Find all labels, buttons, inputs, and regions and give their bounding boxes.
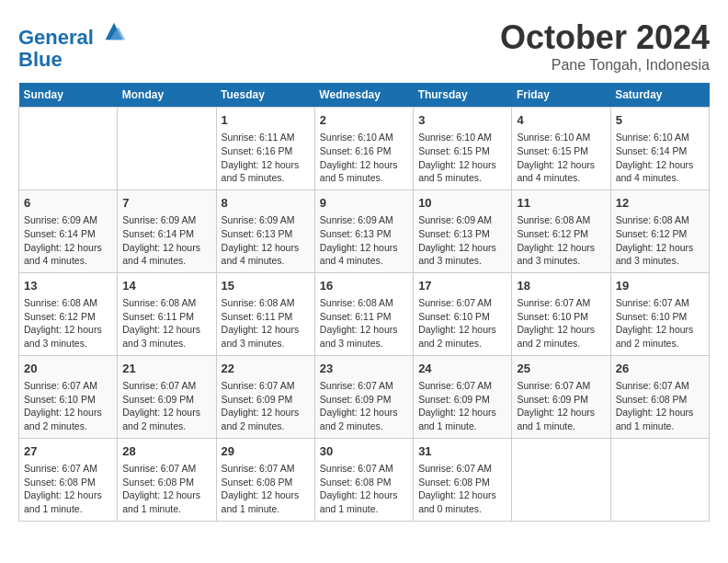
week-row-5: 27Sunrise: 6:07 AM Sunset: 6:08 PM Dayli… (19, 438, 710, 521)
day-info: Sunrise: 6:07 AM Sunset: 6:08 PM Dayligh… (616, 379, 704, 433)
day-cell: 16Sunrise: 6:08 AM Sunset: 6:11 PM Dayli… (314, 272, 413, 355)
page-header: General Blue October 2024 Pane Tongah, I… (18, 18, 710, 74)
logo-blue: Blue (18, 49, 127, 71)
day-cell: 22Sunrise: 6:07 AM Sunset: 6:09 PM Dayli… (216, 355, 314, 438)
day-number: 28 (122, 443, 210, 460)
day-info: Sunrise: 6:07 AM Sunset: 6:08 PM Dayligh… (24, 462, 112, 516)
day-number: 17 (418, 278, 506, 294)
day-cell: 14Sunrise: 6:08 AM Sunset: 6:11 PM Dayli… (118, 272, 216, 355)
day-cell: 10Sunrise: 6:09 AM Sunset: 6:13 PM Dayli… (414, 190, 512, 272)
day-cell: 8Sunrise: 6:09 AM Sunset: 6:13 PM Daylig… (216, 190, 314, 272)
calendar-table: SundayMondayTuesdayWednesdayThursdayFrid… (18, 83, 710, 522)
day-cell: 9Sunrise: 6:09 AM Sunset: 6:13 PM Daylig… (314, 190, 413, 272)
day-info: Sunrise: 6:09 AM Sunset: 6:13 PM Dayligh… (320, 213, 408, 268)
day-number: 6 (24, 195, 112, 212)
day-number: 15 (222, 278, 310, 294)
logo-general: General (18, 26, 94, 49)
logo-icon (101, 18, 127, 44)
day-cell: 3Sunrise: 6:10 AM Sunset: 6:15 PM Daylig… (414, 108, 512, 190)
day-number: 22 (222, 361, 310, 377)
day-info: Sunrise: 6:07 AM Sunset: 6:09 PM Dayligh… (418, 379, 506, 433)
day-cell: 26Sunrise: 6:07 AM Sunset: 6:08 PM Dayli… (610, 355, 709, 438)
day-cell: 25Sunrise: 6:07 AM Sunset: 6:09 PM Dayli… (512, 355, 610, 438)
day-info: Sunrise: 6:07 AM Sunset: 6:09 PM Dayligh… (517, 379, 605, 433)
day-info: Sunrise: 6:08 AM Sunset: 6:12 PM Dayligh… (24, 296, 112, 350)
day-number: 18 (517, 278, 605, 294)
day-number: 30 (320, 443, 408, 460)
day-info: Sunrise: 6:10 AM Sunset: 6:16 PM Dayligh… (320, 131, 408, 185)
day-info: Sunrise: 6:08 AM Sunset: 6:11 PM Dayligh… (320, 296, 408, 350)
day-info: Sunrise: 6:07 AM Sunset: 6:10 PM Dayligh… (517, 296, 605, 350)
day-info: Sunrise: 6:10 AM Sunset: 6:15 PM Dayligh… (517, 131, 605, 185)
day-number: 5 (616, 112, 704, 129)
week-row-1: 1Sunrise: 6:11 AM Sunset: 6:16 PM Daylig… (19, 108, 710, 190)
week-row-3: 13Sunrise: 6:08 AM Sunset: 6:12 PM Dayli… (19, 272, 710, 355)
header-cell-friday: Friday (512, 83, 610, 108)
day-number: 14 (122, 278, 210, 294)
day-cell: 18Sunrise: 6:07 AM Sunset: 6:10 PM Dayli… (512, 272, 610, 355)
day-info: Sunrise: 6:09 AM Sunset: 6:13 PM Dayligh… (222, 213, 310, 268)
day-number: 19 (616, 278, 704, 294)
day-number: 11 (517, 195, 605, 212)
day-cell: 12Sunrise: 6:08 AM Sunset: 6:12 PM Dayli… (610, 190, 709, 272)
day-number: 16 (320, 278, 408, 294)
day-cell: 13Sunrise: 6:08 AM Sunset: 6:12 PM Dayli… (19, 272, 118, 355)
day-info: Sunrise: 6:07 AM Sunset: 6:08 PM Dayligh… (222, 462, 310, 516)
day-info: Sunrise: 6:08 AM Sunset: 6:12 PM Dayligh… (616, 213, 704, 268)
week-row-2: 6Sunrise: 6:09 AM Sunset: 6:14 PM Daylig… (19, 190, 710, 272)
day-cell (610, 438, 709, 521)
day-cell: 27Sunrise: 6:07 AM Sunset: 6:08 PM Dayli… (19, 438, 118, 521)
day-info: Sunrise: 6:08 AM Sunset: 6:11 PM Dayligh… (122, 296, 210, 350)
day-number: 7 (122, 195, 210, 212)
day-number: 20 (24, 361, 112, 377)
day-cell: 23Sunrise: 6:07 AM Sunset: 6:09 PM Dayli… (314, 355, 413, 438)
header-cell-saturday: Saturday (610, 83, 709, 108)
day-number: 4 (517, 112, 605, 129)
day-cell: 17Sunrise: 6:07 AM Sunset: 6:10 PM Dayli… (414, 272, 512, 355)
day-cell (512, 438, 610, 521)
day-info: Sunrise: 6:07 AM Sunset: 6:08 PM Dayligh… (320, 462, 408, 516)
header-cell-monday: Monday (118, 83, 216, 108)
day-info: Sunrise: 6:11 AM Sunset: 6:16 PM Dayligh… (222, 131, 310, 185)
day-info: Sunrise: 6:09 AM Sunset: 6:14 PM Dayligh… (122, 213, 210, 268)
day-number: 2 (320, 112, 408, 129)
day-number: 31 (418, 443, 506, 460)
day-cell: 4Sunrise: 6:10 AM Sunset: 6:15 PM Daylig… (512, 108, 610, 190)
day-info: Sunrise: 6:08 AM Sunset: 6:12 PM Dayligh… (517, 213, 605, 268)
day-info: Sunrise: 6:07 AM Sunset: 6:09 PM Dayligh… (320, 379, 408, 433)
day-cell: 6Sunrise: 6:09 AM Sunset: 6:14 PM Daylig… (19, 190, 118, 272)
day-number: 23 (320, 361, 408, 377)
day-info: Sunrise: 6:10 AM Sunset: 6:15 PM Dayligh… (418, 131, 506, 185)
day-cell: 21Sunrise: 6:07 AM Sunset: 6:09 PM Dayli… (118, 355, 216, 438)
day-info: Sunrise: 6:09 AM Sunset: 6:14 PM Dayligh… (24, 213, 112, 268)
week-row-4: 20Sunrise: 6:07 AM Sunset: 6:10 PM Dayli… (19, 355, 710, 438)
day-info: Sunrise: 6:10 AM Sunset: 6:14 PM Dayligh… (616, 131, 704, 185)
day-cell: 31Sunrise: 6:07 AM Sunset: 6:08 PM Dayli… (414, 438, 512, 521)
title-block: October 2024 Pane Tongah, Indonesia (500, 18, 710, 74)
day-number: 8 (222, 195, 310, 212)
header-cell-tuesday: Tuesday (216, 83, 314, 108)
header-cell-sunday: Sunday (19, 83, 118, 108)
day-info: Sunrise: 6:07 AM Sunset: 6:08 PM Dayligh… (418, 462, 506, 516)
day-info: Sunrise: 6:07 AM Sunset: 6:08 PM Dayligh… (122, 462, 210, 516)
page-title: October 2024 (500, 18, 710, 57)
day-cell (19, 108, 118, 190)
header-cell-wednesday: Wednesday (314, 83, 413, 108)
day-info: Sunrise: 6:07 AM Sunset: 6:09 PM Dayligh… (222, 379, 310, 433)
day-cell: 30Sunrise: 6:07 AM Sunset: 6:08 PM Dayli… (314, 438, 413, 521)
day-info: Sunrise: 6:07 AM Sunset: 6:09 PM Dayligh… (122, 379, 210, 433)
day-number: 24 (418, 361, 506, 377)
page-subtitle: Pane Tongah, Indonesia (500, 57, 710, 74)
day-number: 26 (616, 361, 704, 377)
day-cell: 5Sunrise: 6:10 AM Sunset: 6:14 PM Daylig… (610, 108, 709, 190)
day-cell: 11Sunrise: 6:08 AM Sunset: 6:12 PM Dayli… (512, 190, 610, 272)
day-number: 1 (222, 112, 310, 129)
day-cell: 7Sunrise: 6:09 AM Sunset: 6:14 PM Daylig… (118, 190, 216, 272)
day-cell: 19Sunrise: 6:07 AM Sunset: 6:10 PM Dayli… (610, 272, 709, 355)
logo-text: General (18, 18, 127, 49)
day-number: 12 (616, 195, 704, 212)
day-cell: 24Sunrise: 6:07 AM Sunset: 6:09 PM Dayli… (414, 355, 512, 438)
day-number: 3 (418, 112, 506, 129)
day-number: 13 (24, 278, 112, 294)
day-info: Sunrise: 6:08 AM Sunset: 6:11 PM Dayligh… (222, 296, 310, 350)
